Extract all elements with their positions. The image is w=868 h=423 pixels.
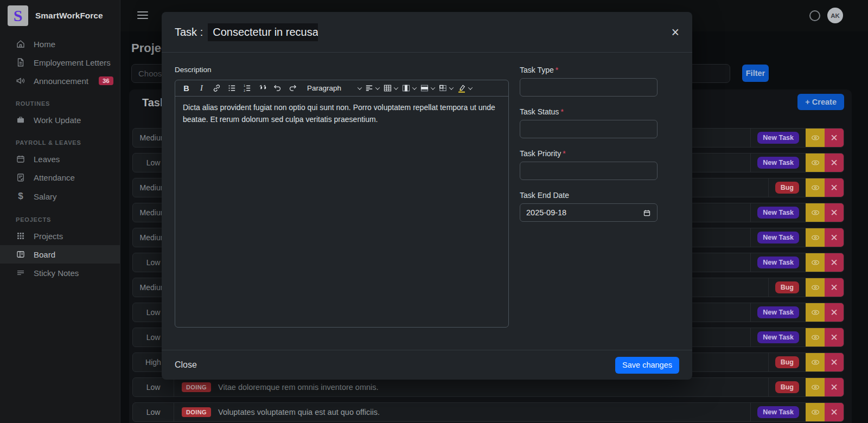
eye-icon: [810, 208, 820, 217]
delete-task-button[interactable]: ✕: [825, 178, 844, 197]
undo-button[interactable]: [271, 82, 284, 95]
insert-table-button[interactable]: [382, 82, 398, 95]
eye-icon: [810, 332, 820, 342]
view-task-button[interactable]: [806, 153, 825, 172]
home-icon: [16, 39, 25, 49]
view-task-button[interactable]: [806, 278, 825, 297]
brand[interactable]: S SmartWorkForce: [0, 0, 120, 35]
delete-task-button[interactable]: ✕: [825, 328, 844, 347]
view-task-button[interactable]: [806, 129, 825, 147]
menu-icon[interactable]: [137, 11, 148, 20]
row-actions: ✕: [806, 228, 844, 247]
view-task-button[interactable]: [806, 378, 825, 396]
tag-cell: New Task: [750, 228, 806, 247]
delete-task-button[interactable]: ✕: [825, 278, 844, 297]
delete-task-button[interactable]: ✕: [825, 303, 844, 322]
sidebar-item-salary[interactable]: $ Salary: [0, 187, 120, 206]
task-title-field[interactable]: Consectetur in recusand: [208, 23, 318, 41]
chevron-down-icon: [375, 85, 380, 89]
bold-button[interactable]: B: [180, 82, 193, 95]
row-actions: ✕: [806, 303, 844, 322]
table-row-button[interactable]: [419, 82, 435, 95]
view-task-button[interactable]: [806, 178, 825, 197]
dollar-icon: $: [16, 191, 25, 202]
svg-text:2: 2: [244, 89, 245, 92]
delete-task-button[interactable]: ✕: [825, 228, 844, 247]
sidebar-item-attendance[interactable]: Attendance: [0, 168, 120, 187]
tag-badge: Bug: [775, 182, 799, 194]
task-status-input[interactable]: [520, 120, 658, 138]
modal-close-text-button[interactable]: Close: [175, 360, 197, 370]
sidebar-item-label: Work Update: [34, 116, 81, 125]
task-type-input[interactable]: [520, 78, 658, 97]
view-task-button[interactable]: [806, 403, 825, 421]
sidebar-section-peojects: PEOJECTS: [0, 206, 120, 227]
bulleted-list-icon: [227, 84, 237, 93]
block-quote-button[interactable]: [256, 82, 269, 95]
eye-icon: [810, 357, 820, 367]
delete-task-button[interactable]: ✕: [825, 378, 844, 396]
eye-icon: [810, 158, 820, 168]
task-end-date-input[interactable]: 2025-09-18: [520, 203, 658, 222]
create-button[interactable]: + Create: [797, 94, 844, 110]
row-actions: ✕: [806, 403, 844, 421]
delete-task-button[interactable]: ✕: [825, 129, 844, 147]
tag-badge: New Task: [757, 257, 799, 268]
task-modal: Task : Consectetur in recusand × Descrip…: [162, 12, 692, 380]
delete-task-button[interactable]: ✕: [825, 403, 844, 421]
redo-button[interactable]: [286, 82, 299, 95]
status-circle-icon[interactable]: [809, 10, 820, 21]
merge-cells-button[interactable]: [438, 82, 454, 95]
priority-cell: Low: [133, 378, 174, 396]
modal-close-button[interactable]: ×: [671, 25, 679, 39]
chevron-down-icon: [358, 85, 362, 89]
close-icon: ✕: [830, 182, 838, 194]
avatar[interactable]: AK: [827, 8, 843, 23]
paragraph-dropdown[interactable]: Paragraph: [307, 82, 361, 95]
table-column-icon: [401, 84, 411, 93]
italic-button[interactable]: I: [195, 82, 208, 95]
sidebar-item-label: Announcement: [34, 76, 88, 86]
editor-content[interactable]: Dicta alias provident fugiat non optio q…: [175, 97, 508, 327]
document-icon: [16, 57, 25, 67]
sidebar-item-work-update[interactable]: Work Update: [0, 111, 120, 129]
link-icon: [212, 84, 221, 93]
sidebar-item-leaves[interactable]: Leaves: [0, 150, 120, 168]
link-button[interactable]: [210, 82, 223, 95]
sidebar-item-announcement[interactable]: Announcement 36: [0, 72, 120, 90]
highlight-icon: [457, 84, 467, 93]
text-align-button[interactable]: [364, 82, 380, 95]
tag-cell: Bug: [768, 178, 806, 197]
sidebar-item-projects[interactable]: Projects: [0, 227, 120, 245]
sidebar-item-board[interactable]: Board: [0, 245, 120, 264]
save-changes-button[interactable]: Save changes: [615, 357, 679, 374]
delete-task-button[interactable]: ✕: [825, 153, 844, 172]
view-task-button[interactable]: [806, 203, 825, 222]
close-icon: ×: [671, 24, 679, 40]
delete-task-button[interactable]: ✕: [825, 253, 844, 272]
highlight-button[interactable]: [456, 82, 473, 95]
table-column-button[interactable]: [401, 82, 417, 95]
view-task-button[interactable]: [806, 228, 825, 247]
numbered-list-button[interactable]: 12: [241, 82, 253, 95]
task-description: Voluptates voluptatem quia est aut quo o…: [218, 408, 750, 416]
delete-task-button[interactable]: ✕: [825, 353, 844, 371]
filter-button[interactable]: Filter: [742, 65, 769, 82]
tag-badge: New Task: [757, 132, 799, 144]
view-task-button[interactable]: [806, 353, 825, 371]
view-task-button[interactable]: [806, 303, 825, 322]
close-icon: ✕: [830, 132, 838, 144]
bulleted-list-button[interactable]: [226, 82, 238, 95]
task-priority-input[interactable]: [520, 162, 658, 180]
close-icon: ✕: [830, 157, 838, 169]
sidebar-item-employement-letters[interactable]: Employement Letters: [0, 53, 120, 72]
sidebar-item-home[interactable]: Home: [0, 35, 120, 53]
delete-task-button[interactable]: ✕: [825, 203, 844, 222]
view-task-button[interactable]: [806, 253, 825, 272]
sidebar-item-sticky-notes[interactable]: Sticky Notes: [0, 264, 120, 282]
sidebar-section-payroll: PAYROLL & LEAVES: [0, 129, 120, 150]
row-actions: ✕: [806, 253, 844, 272]
view-task-button[interactable]: [806, 328, 825, 347]
brand-name: SmartWorkForce: [35, 11, 103, 21]
calendar-icon: [16, 154, 25, 164]
